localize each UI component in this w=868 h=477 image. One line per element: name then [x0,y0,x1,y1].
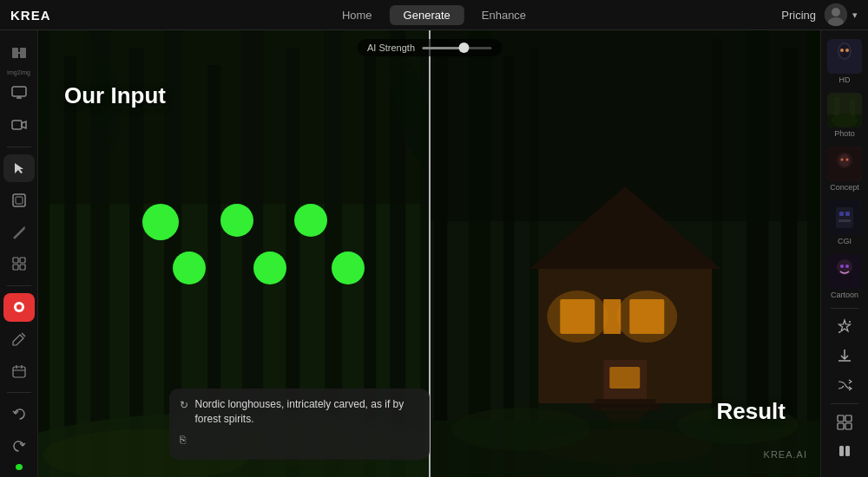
tab-generate[interactable]: Generate [390,5,464,25]
green-dot-1[interactable] [142,204,179,240]
rs-item-concept[interactable]: Concept [824,143,865,195]
svg-rect-10 [20,258,25,263]
svg-rect-53 [609,367,640,389]
svg-rect-4 [20,48,26,58]
pricing-link[interactable]: Pricing [781,9,816,22]
canvas-area: AI Strength [38,30,820,477]
sidebar-divider-3 [7,392,31,393]
sidebar-item-edit[interactable] [3,325,35,354]
svg-rect-78 [845,212,850,216]
svg-rect-88 [838,423,844,429]
rs-divider-2 [831,403,858,404]
svg-rect-91 [845,446,850,456]
sidebar-divider-1 [7,147,31,147]
svg-rect-12 [20,265,25,270]
svg-rect-21 [129,48,143,477]
rs-btn-pause[interactable] [827,438,862,465]
sidebar-item-layers[interactable] [3,186,35,214]
svg-rect-3 [12,48,18,58]
rs-item-hd[interactable]: HD [824,36,865,88]
rs-btn-download[interactable] [827,343,862,369]
sidebar-item-pen[interactable] [3,218,35,246]
svg-rect-5 [12,87,26,96]
svg-point-58 [451,408,590,451]
sidebar-item-grid[interactable] [3,250,35,278]
rs-item-cgi[interactable]: CGI [824,197,865,249]
svg-rect-77 [839,212,844,216]
rs-item-cartoon[interactable]: Cartoon [824,251,865,303]
sidebar-item-redo[interactable] [3,432,35,461]
svg-rect-89 [845,423,852,429]
prompt-box: ↻ Nordic longhouses, intricately carved,… [169,389,430,460]
svg-point-82 [840,265,844,268]
rs-divider-1 [831,308,858,309]
sidebar-item-calendar[interactable] [3,356,35,385]
rs-label-cgi: CGI [838,237,852,245]
sidebar-item-img2img-label: Img2img [7,69,30,75]
tab-enhance[interactable]: Enhance [468,5,540,25]
svg-rect-6 [12,121,22,129]
rs-btn-magic[interactable] [827,314,862,341]
svg-rect-37 [469,30,490,477]
green-dot-3[interactable] [294,204,327,237]
svg-point-64 [845,49,849,52]
sidebar-item-record[interactable] [3,293,35,322]
prompt-row-2: ⎘ [180,432,419,446]
rs-label-hd: HD [839,75,851,84]
svg-point-69 [832,114,858,127]
rs-label-cartoon: Cartoon [831,291,858,299]
svg-rect-9 [13,258,18,263]
sidebar-item-select[interactable] [3,154,35,183]
copy-icon: ⎘ [180,434,186,446]
top-nav: KREA Home Generate Enhance Pricing ▾ [0,0,868,30]
sidebar-item-monitor[interactable] [3,79,35,108]
app-logo: KREA [10,8,51,23]
svg-rect-67 [834,97,839,116]
svg-rect-76 [836,207,853,228]
green-dot-6[interactable] [332,252,365,284]
svg-point-63 [840,49,844,52]
prompt-row-1: ↻ Nordic longhouses, intricately carved,… [180,397,419,427]
rs-label-photo: Photo [834,129,855,138]
rs-btn-grid[interactable] [827,409,862,436]
slider-thumb[interactable] [458,42,469,53]
split-view: Our Input [38,30,820,477]
svg-point-85 [838,331,840,333]
svg-rect-86 [838,415,844,421]
svg-point-73 [841,159,844,161]
result-panel: Result KREA.AI [430,30,821,477]
sidebar-status-dot [16,464,23,470]
green-dot-4[interactable] [173,252,206,284]
svg-rect-19 [64,56,76,477]
svg-rect-7 [13,194,25,206]
watermark: KREA.AI [764,449,807,460]
left-sidebar: Img2img [0,30,38,477]
svg-point-83 [845,265,849,268]
rs-btn-shuffle[interactable] [827,371,862,398]
svg-point-74 [846,159,849,161]
tab-home[interactable]: Home [328,5,386,25]
svg-rect-36 [434,39,447,477]
chevron-down-icon[interactable]: ▾ [852,10,858,21]
result-label: Result [717,398,786,425]
sidebar-item-undo[interactable] [3,400,35,428]
svg-point-84 [849,321,851,323]
input-label: Our Input [64,82,166,109]
svg-rect-79 [838,219,851,222]
nav-right: Pricing ▾ [781,3,858,26]
ai-strength-bar: AI Strength [357,39,502,56]
slider-fill [422,47,464,49]
green-dot-2[interactable] [220,204,253,237]
sidebar-item-img2img[interactable]: Img2img [2,37,36,75]
refresh-icon: ↻ [180,399,188,411]
svg-rect-8 [16,197,23,204]
ai-strength-slider[interactable] [422,47,491,49]
avatar[interactable] [825,3,847,26]
svg-point-1 [832,8,840,16]
svg-point-72 [839,154,850,167]
sidebar-item-video[interactable] [3,111,35,140]
green-dot-5[interactable] [253,252,286,284]
svg-point-50 [547,291,608,343]
rs-item-photo[interactable]: Photo [824,89,865,141]
nav-tabs: Home Generate Enhance [328,5,540,25]
